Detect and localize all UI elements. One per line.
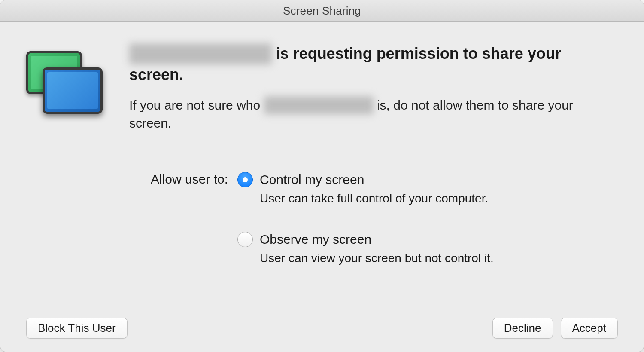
option-title: Control my screen bbox=[260, 171, 488, 188]
permission-options: Allow user to: Control my screen User ca… bbox=[129, 171, 618, 266]
requester-name-redacted-2: ████████████ bbox=[264, 96, 374, 114]
requester-name-redacted: █████████████ bbox=[129, 43, 272, 64]
block-this-user-button[interactable]: Block This User bbox=[26, 318, 128, 339]
headline: █████████████ is requesting permission t… bbox=[129, 43, 618, 85]
dialog-content: █████████████ is requesting permission t… bbox=[0, 22, 644, 352]
option-desc: User can take full control of your compu… bbox=[260, 190, 488, 207]
message-column: █████████████ is requesting permission t… bbox=[129, 43, 618, 266]
accept-button[interactable]: Accept bbox=[561, 318, 618, 339]
advisory-prefix: If you are not sure who bbox=[129, 98, 264, 112]
option-title: Observe my screen bbox=[260, 231, 494, 248]
radio-control-my-screen[interactable]: Control my screen User can take full con… bbox=[237, 171, 494, 207]
radio-observe-my-screen[interactable]: Observe my screen User can view your scr… bbox=[237, 231, 494, 266]
decline-button[interactable]: Decline bbox=[492, 318, 553, 339]
advisory-text: If you are not sure who ████████████ is,… bbox=[129, 96, 618, 132]
header-row: █████████████ is requesting permission t… bbox=[26, 43, 618, 266]
radio-button-icon bbox=[237, 232, 253, 247]
window-title: Screen Sharing bbox=[283, 4, 361, 18]
dialog-window: Screen Sharing █████████████ is requesti… bbox=[0, 0, 644, 352]
option-desc: User can view your screen but not contro… bbox=[260, 250, 494, 266]
allow-user-to-label: Allow user to: bbox=[129, 171, 228, 266]
radio-group: Control my screen User can take full con… bbox=[237, 171, 494, 266]
radio-button-icon bbox=[237, 172, 253, 187]
titlebar: Screen Sharing bbox=[0, 0, 644, 22]
screen-sharing-icon bbox=[26, 51, 108, 120]
button-row: Block This User Decline Accept bbox=[26, 300, 618, 339]
